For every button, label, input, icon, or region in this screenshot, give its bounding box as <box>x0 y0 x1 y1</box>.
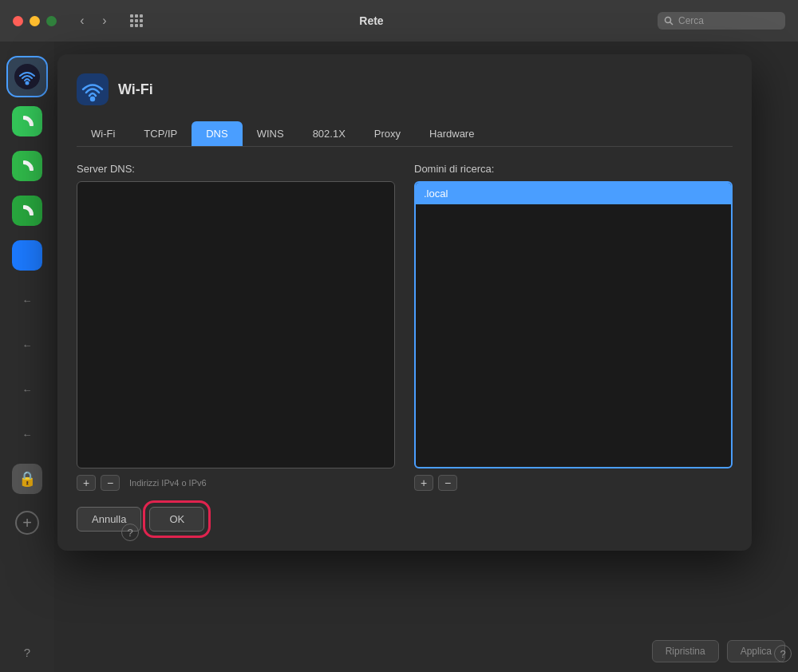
dialog-header: Wi-Fi <box>77 73 733 105</box>
sidebar-item-app7[interactable]: ← <box>8 370 46 409</box>
wifi-icon-large <box>77 73 109 105</box>
sidebar-item-app8[interactable]: ← <box>8 415 46 453</box>
search-icon <box>664 16 674 26</box>
tab-proxy[interactable]: Proxy <box>360 121 415 146</box>
minimize-button[interactable] <box>30 16 40 26</box>
dns-remove-button[interactable]: − <box>101 475 120 491</box>
sidebar-item-lock[interactable]: 🔒 <box>8 460 46 498</box>
traffic-lights <box>13 16 57 26</box>
sidebar-item-app5[interactable]: ← <box>8 281 46 319</box>
ok-button-wrapper: OK <box>149 507 204 532</box>
svg-point-3 <box>26 82 29 85</box>
tab-wins[interactable]: WINS <box>243 121 298 146</box>
arrow-left2-icon: ← <box>22 339 33 351</box>
help-button[interactable]: ? <box>121 524 139 541</box>
dns-hint: Indirizzi IPv4 o IPv6 <box>129 478 207 488</box>
search-domain-controls: + − <box>414 475 733 491</box>
dns-server-label: Server DNS: <box>77 163 395 175</box>
maximize-button[interactable] <box>46 16 57 26</box>
arrow-left4-icon: ← <box>22 429 33 441</box>
sidebar-item-app3[interactable] <box>8 192 46 230</box>
add-network-button[interactable]: + <box>15 511 39 535</box>
tab-wifi[interactable]: Wi-Fi <box>77 121 129 146</box>
dialog-footer: ? Annulla OK <box>77 507 733 532</box>
sidebar: ← ← ← ← 🔒 + ? <box>0 42 54 672</box>
dns-dialog: Wi-Fi Wi-Fi TCP/IP DNS WINS 802.1X Proxy… <box>57 54 752 551</box>
dialog-title: Wi-Fi <box>118 81 153 98</box>
tab-hardware[interactable]: Hardware <box>415 121 488 146</box>
tab-bar: Wi-Fi TCP/IP DNS WINS 802.1X Proxy Hardw… <box>77 121 733 147</box>
phone2-icon <box>19 158 35 174</box>
sidebar-item-app2[interactable] <box>8 147 46 185</box>
domain-add-button[interactable]: + <box>414 475 433 491</box>
svg-point-0 <box>666 18 671 23</box>
titlebar: ‹ › Rete <box>0 0 798 42</box>
phone-icon <box>19 113 35 129</box>
lock-icon: 🔒 <box>12 464 42 494</box>
bottom-bar: Ripristina Applica <box>56 630 798 672</box>
search-domains-column: Domini di ricerca: .local + − <box>414 163 733 491</box>
sidebar-item-app1[interactable] <box>8 102 46 140</box>
dns-content: Server DNS: + − Indirizzi IPv4 o IPv6 Do… <box>77 163 733 491</box>
arrow-left3-icon: ← <box>22 384 33 396</box>
search-input[interactable] <box>678 15 774 26</box>
action-buttons: Annulla OK <box>77 507 204 532</box>
dns-server-list[interactable] <box>77 181 395 468</box>
sidebar-item-app4[interactable] <box>8 236 46 275</box>
back-button[interactable]: ‹ <box>73 11 92 30</box>
svg-point-5 <box>91 97 94 101</box>
phone3-icon <box>19 203 35 219</box>
ok-button[interactable]: OK <box>149 507 204 532</box>
search-domains-label: Domini di ricerca: <box>414 163 733 175</box>
local-domain-item[interactable]: .local <box>416 183 731 204</box>
search-bar[interactable] <box>658 12 785 30</box>
help-right-button[interactable]: ? <box>774 645 792 662</box>
arrow-left-icon: ← <box>22 294 33 306</box>
sidebar-help-button[interactable]: ? <box>24 646 30 659</box>
sidebar-item-app6[interactable]: ← <box>8 326 46 364</box>
domain-remove-button[interactable]: − <box>438 475 457 491</box>
dns-server-column: Server DNS: + − Indirizzi IPv4 o IPv6 <box>77 163 395 491</box>
tab-8021x[interactable]: 802.1X <box>298 121 360 146</box>
tab-tcpip[interactable]: TCP/IP <box>129 121 192 146</box>
svg-line-1 <box>670 22 674 26</box>
dns-server-controls: + − Indirizzi IPv4 o IPv6 <box>77 475 395 491</box>
window-title: Rete <box>95 14 648 27</box>
dns-add-button[interactable]: + <box>77 475 96 491</box>
wifi-icon-sidebar <box>14 63 41 90</box>
search-domains-list[interactable]: .local <box>414 181 733 468</box>
close-button[interactable] <box>13 16 23 26</box>
restore-button[interactable]: Ripristina <box>652 640 719 662</box>
sidebar-item-wifi[interactable] <box>8 57 46 96</box>
tab-dns[interactable]: DNS <box>192 121 242 146</box>
